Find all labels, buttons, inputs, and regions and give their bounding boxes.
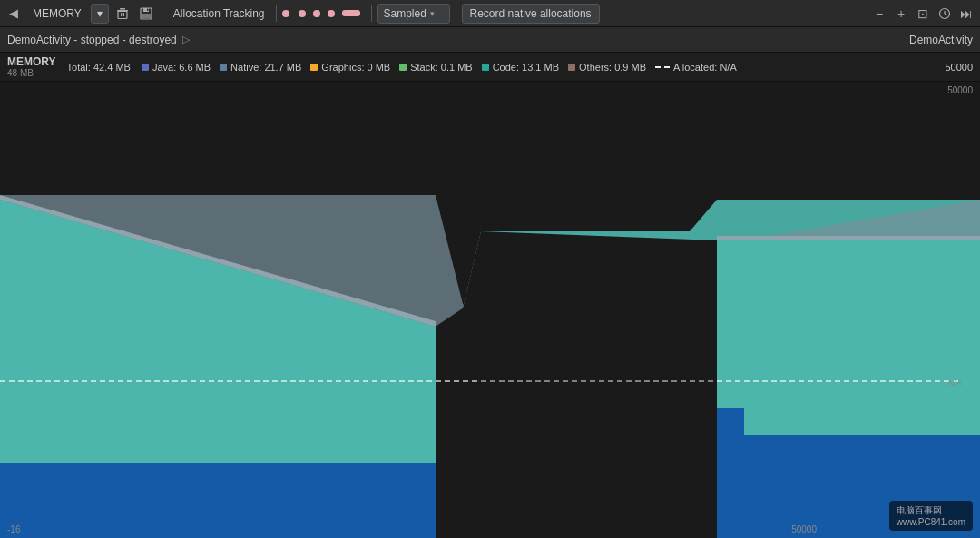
- play-icon: ▷: [182, 34, 190, 45]
- memory-title: MEMORY: [27, 7, 87, 20]
- axis-bottom-right-label: 50000: [791, 524, 817, 534]
- toolbar: ◀ MEMORY ▾ Allocation Tracking Sampled ▾: [0, 0, 980, 27]
- session-title: DemoActivity - stopped - destroyed: [7, 34, 177, 46]
- pink-bar: [342, 10, 360, 16]
- svg-rect-3: [121, 13, 122, 16]
- allocated-right: 50000: [945, 62, 973, 73]
- skip-to-end-button[interactable]: ⏭: [956, 4, 976, 24]
- sampled-label: Sampled: [384, 7, 426, 20]
- watermark-line2: www.PC841.com: [897, 517, 965, 527]
- zoom-in-button[interactable]: +: [891, 4, 911, 24]
- graphics-label: Graphics: 0 MB: [321, 62, 390, 73]
- code-dot: [482, 64, 489, 71]
- separator-3: [371, 5, 372, 22]
- graphics-legend: Graphics: 0 MB: [310, 62, 390, 73]
- back-button[interactable]: ◀: [4, 4, 24, 24]
- memory-label: MEMORY: [7, 55, 56, 68]
- separator-2: [276, 5, 277, 22]
- delete-button[interactable]: [113, 4, 132, 24]
- save-button[interactable]: [136, 4, 156, 24]
- native-legend: Native: 21.7 MB: [220, 62, 301, 73]
- clock-button[interactable]: [935, 4, 955, 24]
- watermark: 电脑百事网 www.PC841.com: [889, 501, 973, 531]
- svg-rect-7: [142, 14, 151, 18]
- allocation-tracking-label: Allocation Tracking: [168, 7, 270, 20]
- value-50000-top: 50000: [945, 62, 973, 73]
- record-native-button[interactable]: Record native allocations: [462, 4, 600, 24]
- svg-rect-4: [123, 13, 124, 16]
- zoom-out-button[interactable]: −: [869, 4, 889, 24]
- svg-rect-1: [120, 8, 125, 10]
- native-label: Native: 21.7 MB: [230, 62, 301, 73]
- allocated-dashed: [655, 66, 670, 68]
- memory-dropdown[interactable]: ▾: [91, 4, 109, 24]
- separator-4: [456, 5, 456, 22]
- java-dot: [142, 64, 149, 71]
- svg-rect-8: [147, 8, 149, 11]
- demo-activity-right: DemoActivity: [909, 34, 973, 46]
- stack-legend: Stack: 0.1 MB: [399, 62, 472, 73]
- allocated-legend: Allocated: N/A: [655, 62, 737, 73]
- memory-48: 48 MB: [7, 68, 56, 78]
- axis-top-right-label: 50000: [947, 85, 973, 95]
- others-legend: Others: 0.9 MB: [568, 62, 646, 73]
- memory-dropdown-arrow: ▾: [97, 7, 103, 20]
- others-dot: [568, 64, 575, 71]
- record-native-label: Record native allocations: [470, 7, 592, 20]
- separator-1: [162, 5, 162, 22]
- dot-3: [313, 10, 320, 17]
- right-buttons: − + ⊡ ⏭: [869, 4, 976, 24]
- allocated-chart-label: N/A: [948, 378, 962, 387]
- legend-bar: MEMORY 48 MB Total: 42.4 MB Java: 6.6 MB…: [0, 53, 980, 82]
- subheader: DemoActivity - stopped - destroyed ▷ Dem…: [0, 27, 980, 53]
- others-label: Others: 0.9 MB: [579, 62, 646, 73]
- chart-area: N/A -16 50000 50000 电脑百事网 www.PC841.com: [0, 82, 980, 538]
- allocated-label: Allocated: N/A: [673, 62, 737, 73]
- java-legend: Java: 6.6 MB: [142, 62, 211, 73]
- java-label: Java: 6.6 MB: [152, 62, 211, 73]
- sampled-arrow: ▾: [430, 9, 435, 18]
- dot-2: [299, 10, 306, 17]
- svg-line-11: [945, 14, 947, 15]
- graphics-dot: [310, 64, 318, 71]
- stack-label: Stack: 0.1 MB: [410, 62, 472, 73]
- native-dot: [220, 64, 227, 71]
- stack-dot: [399, 64, 407, 71]
- code-label: Code: 13.1 MB: [493, 62, 559, 73]
- fit-button[interactable]: ⊡: [913, 4, 933, 24]
- svg-rect-2: [118, 11, 127, 18]
- axis-bottom-left-label: -16: [7, 524, 20, 534]
- dot-1: [282, 10, 289, 17]
- memory-title-block: MEMORY 48 MB: [7, 55, 56, 78]
- watermark-line1: 电脑百事网: [897, 504, 965, 517]
- total-label: Total: 42.4 MB: [67, 62, 131, 73]
- dot-4: [328, 10, 335, 17]
- chart-svg: N/A: [0, 82, 980, 538]
- code-legend: Code: 13.1 MB: [482, 62, 559, 73]
- sampled-dropdown[interactable]: Sampled ▾: [377, 4, 450, 24]
